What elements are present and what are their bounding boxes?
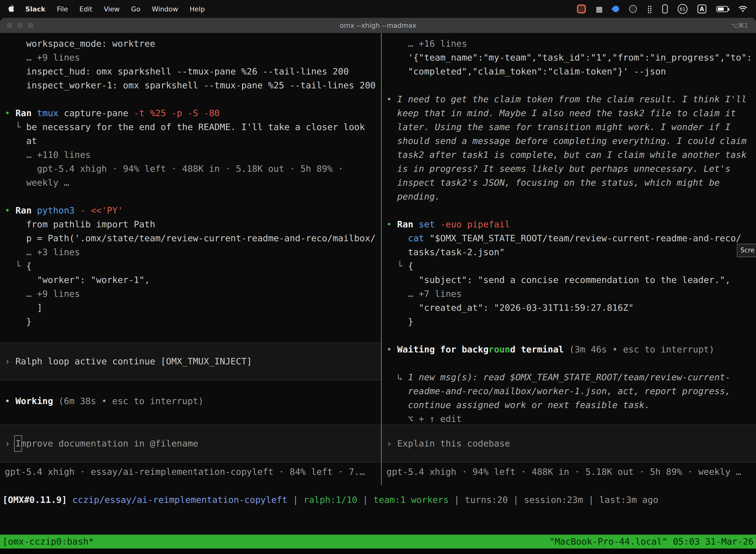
terminal-line: ⌥ + ↑ edit [382,412,756,426]
close-button[interactable] [6,22,12,29]
text-segment: is in progress? It seems likely but perh… [386,164,731,174]
apple-menu[interactable] [8,4,15,13]
terminal-line: • Ran python3 - <<'PY' [0,204,381,217]
text-segment: | [449,495,465,505]
app-circle-icon[interactable] [629,5,637,13]
text-segment: session:23m [524,495,583,505]
minimize-button[interactable] [17,22,23,29]
text-segment: | [358,495,374,505]
terminal-line: from pathlib import Path [0,217,381,231]
text-segment: mprove documentation in @filename [21,437,198,450]
terminal-line [0,92,381,106]
tmux-host-clock: "MacBook-Pro-44.local" 05:03 31-Mar-26 [549,535,754,549]
text-segment: ] [5,302,43,313]
grid-icon[interactable]: ▦ [596,5,603,13]
menu-go[interactable]: Go [131,5,140,13]
drop-icon[interactable] [611,4,621,14]
text-segment: "$OMX_TEAM_STATE_ROOT/team/review-curren… [424,233,741,243]
text-segment: keep that in mind. Maybe I also need the… [386,108,736,118]
terminal-line: … +7 lines [382,287,756,301]
text-segment: … +16 lines [386,39,467,49]
text-segment: gpt-5.4 xhigh · 94% left · 488K in · 5.1… [5,164,343,174]
battery-icon[interactable] [716,6,728,12]
window-titlebar[interactable]: omx --xhigh --madmax ⌥⌘1 [0,18,756,33]
text-segment: } [5,317,32,327]
text-segment: Working [15,396,58,406]
menu-app-slack[interactable]: Slack [25,5,45,13]
text-segment [5,261,15,271]
dots-grid-icon[interactable]: ⣿ [647,5,652,13]
text-segment: • [5,396,15,406]
menu-help[interactable]: Help [189,5,205,13]
battery-percent-badge[interactable]: 61 [678,4,688,14]
terminal-line: • Ran tmux capture-pane -t %25 -p -S -80 [0,106,381,120]
model-status-line: gpt-5.4 xhigh · essay/ai-reimplementatio… [0,465,381,479]
input-source-icon[interactable]: A [697,4,706,13]
text-segment: cat [408,233,424,243]
text-segment: set [419,219,435,229]
tmux-panes: workspace_mode: worktree … +9 lines insp… [0,33,756,485]
text-segment: pending. [386,191,440,202]
terminal-line: continue assigned work or next feasible … [382,398,756,412]
screen-record-icon[interactable] [577,4,586,13]
text-segment [386,261,397,271]
zoom-button[interactable] [28,22,34,29]
queued-message-band: › Ralph loop active continue [OMX_TMUX_I… [0,342,381,380]
wifi-icon[interactable] [738,5,748,13]
text-segment: inspect task2's JSON, focusing on the st… [386,177,720,188]
text-segment: task2 after task1 is complete, but can I… [386,150,747,160]
text-segment: should send a message before completing … [386,136,747,146]
working-status: • Working (6m 38s • esc to interrupt) [0,394,381,408]
text-segment: Ralph loop active continue [OMX_TMUX_INJ… [15,354,252,368]
menu-file[interactable]: File [57,5,68,13]
text-segment: readme-and-reco/mailbox/worker-1.json, a… [386,386,731,396]
prompt-input[interactable]: › Explain this codebase [382,425,756,462]
menu-edit[interactable]: Edit [79,5,92,13]
terminal-line: } [0,315,381,329]
text-segment: … +3 lines [5,247,80,257]
terminal-line: inspect_worker-1: omx sparkshell --tmux-… [0,78,381,92]
text-segment: | [508,495,524,505]
terminal-line: weekly … [0,176,381,189]
text-segment: | [288,495,304,505]
text-segment: tmux [37,108,59,118]
text-segment [5,122,15,132]
text-segment: 1 new msg(s): read $OMX_TEAM_STATE_ROOT/… [408,372,731,382]
pane-right[interactable]: … +16 lines '{"team_name":"my-team","tas… [382,33,756,485]
menu-view[interactable]: View [104,5,120,13]
text-segment: at [5,136,37,146]
text-segment: '{"team_name":"my-team","task_id":"1","f… [386,52,752,63]
text-segment: inspect_hud: omx sparkshell --tmux-pane … [5,66,349,76]
text-segment: • [386,94,397,104]
text-segment: | [583,495,599,505]
terminal-line [0,329,381,342]
text-segment: • [5,205,15,215]
terminal-line: } [382,315,756,329]
terminal-line: pending. [382,189,756,204]
battery-fill [718,7,724,11]
window-title: omx --xhigh --madmax [340,21,417,29]
terminal-line: • Waiting for background terminal (3m 46… [382,342,756,356]
text-segment: } [386,317,413,327]
menu-window[interactable]: Window [152,5,178,13]
prompt-input[interactable]: › Improve documentation in @filename [0,425,381,462]
terminal-line: readme-and-reco/mailbox/worker-1.json, a… [382,384,756,398]
text-segment: roun [489,344,510,354]
terminal-scrollback[interactable]: workspace_mode: worktree … +9 lines insp… [0,33,381,342]
model-status-line: gpt-5.4 xhigh · 94% left · 488K in · 5.1… [382,465,756,479]
terminal-line: should send a message before completing … [382,134,756,148]
tmux-status-bar: [omx-cczip0:bash* "MacBook-Pro-44.local"… [0,535,756,549]
text-segment: … +7 lines [386,289,461,299]
text-segment: tasks/task-2.json" [386,247,505,257]
terminal-window: omx --xhigh --madmax ⌥⌘1 workspace_mode:… [0,18,756,549]
text-segment: • [5,108,15,118]
pane-left[interactable]: workspace_mode: worktree … +9 lines insp… [0,33,382,485]
text-segment: "completed","claim_token":"claim-token"}… [386,66,666,76]
terminal-line: task2 after task1 is complete, but can I… [382,148,756,162]
terminal-line: is in progress? It seems likely but perh… [382,162,756,176]
terminal-line: … +16 lines [382,37,756,51]
terminal-scrollback[interactable]: … +16 lines '{"team_name":"my-team","tas… [382,33,756,426]
text-segment: -t %25 -p -S -80 [134,108,220,118]
text-segment: last:3m ago [599,495,658,505]
phone-mirroring-icon[interactable] [662,4,668,13]
